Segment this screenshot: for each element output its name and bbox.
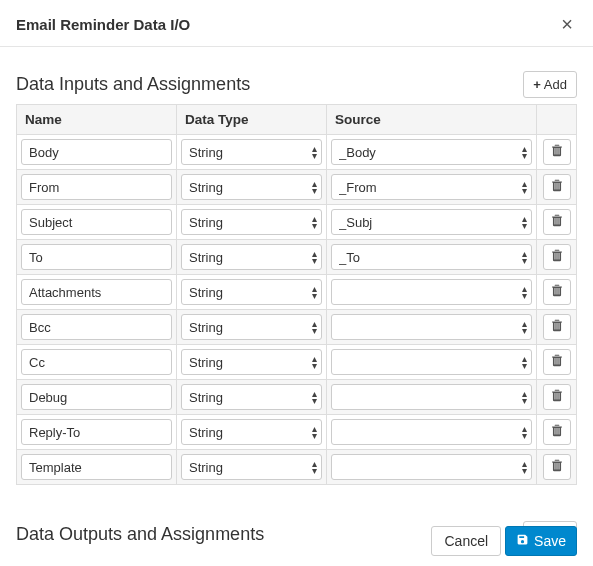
add-input-label: Add	[544, 77, 567, 92]
close-button[interactable]: ×	[557, 14, 577, 34]
delete-row-button[interactable]	[543, 279, 571, 305]
datatype-select[interactable]	[181, 174, 322, 200]
datatype-select[interactable]	[181, 419, 322, 445]
datatype-select[interactable]	[181, 314, 322, 340]
trash-icon	[551, 389, 563, 405]
trash-icon	[551, 424, 563, 440]
inputs-table: Name Data Type Source ▴▾▴▾▴▾▴▾▴▾▴▾▴▾▴▾▴▾…	[16, 104, 577, 485]
name-input[interactable]	[21, 174, 172, 200]
name-input[interactable]	[21, 209, 172, 235]
trash-icon	[551, 459, 563, 475]
trash-icon	[551, 249, 563, 265]
source-select[interactable]	[331, 244, 532, 270]
modal-body: Data Inputs and Assignments + Add Name D…	[0, 47, 593, 564]
delete-row-button[interactable]	[543, 454, 571, 480]
delete-row-button[interactable]	[543, 244, 571, 270]
table-row: ▴▾▴▾	[17, 240, 577, 275]
source-select[interactable]	[331, 314, 532, 340]
cancel-button[interactable]: Cancel	[431, 526, 501, 556]
modal-footer: Cancel Save	[431, 526, 577, 556]
datatype-select[interactable]	[181, 279, 322, 305]
datatype-select[interactable]	[181, 349, 322, 375]
source-select[interactable]	[331, 349, 532, 375]
name-input[interactable]	[21, 384, 172, 410]
save-icon	[516, 533, 529, 549]
trash-icon	[551, 144, 563, 160]
name-input[interactable]	[21, 139, 172, 165]
delete-row-button[interactable]	[543, 384, 571, 410]
datatype-select[interactable]	[181, 209, 322, 235]
close-icon: ×	[561, 13, 573, 35]
table-row: ▴▾▴▾	[17, 415, 577, 450]
delete-row-button[interactable]	[543, 349, 571, 375]
source-select[interactable]	[331, 454, 532, 480]
table-row: ▴▾▴▾	[17, 205, 577, 240]
name-input[interactable]	[21, 314, 172, 340]
source-select[interactable]	[331, 209, 532, 235]
table-row: ▴▾▴▾	[17, 380, 577, 415]
col-header-name: Name	[17, 105, 177, 135]
table-row: ▴▾▴▾	[17, 310, 577, 345]
delete-row-button[interactable]	[543, 419, 571, 445]
trash-icon	[551, 214, 563, 230]
trash-icon	[551, 179, 563, 195]
modal-dialog: Email Reminder Data I/O × Data Inputs an…	[0, 0, 593, 566]
datatype-select[interactable]	[181, 454, 322, 480]
outputs-section-title: Data Outputs and Assignments	[16, 524, 264, 545]
modal-header: Email Reminder Data I/O ×	[0, 0, 593, 47]
delete-row-button[interactable]	[543, 314, 571, 340]
trash-icon	[551, 284, 563, 300]
source-select[interactable]	[331, 384, 532, 410]
col-header-source: Source	[327, 105, 537, 135]
table-row: ▴▾▴▾	[17, 345, 577, 380]
datatype-select[interactable]	[181, 244, 322, 270]
cancel-label: Cancel	[444, 533, 488, 549]
trash-icon	[551, 319, 563, 335]
save-label: Save	[534, 533, 566, 549]
col-header-type: Data Type	[177, 105, 327, 135]
name-input[interactable]	[21, 419, 172, 445]
delete-row-button[interactable]	[543, 139, 571, 165]
inputs-section-header: Data Inputs and Assignments + Add	[16, 71, 577, 98]
source-select[interactable]	[331, 139, 532, 165]
save-button[interactable]: Save	[505, 526, 577, 556]
name-input[interactable]	[21, 349, 172, 375]
table-row: ▴▾▴▾	[17, 450, 577, 485]
col-header-delete	[537, 105, 577, 135]
name-input[interactable]	[21, 454, 172, 480]
table-row: ▴▾▴▾	[17, 170, 577, 205]
plus-icon: +	[533, 77, 541, 92]
table-row: ▴▾▴▾	[17, 275, 577, 310]
name-input[interactable]	[21, 244, 172, 270]
trash-icon	[551, 354, 563, 370]
name-input[interactable]	[21, 279, 172, 305]
modal-title: Email Reminder Data I/O	[16, 16, 190, 33]
add-input-button[interactable]: + Add	[523, 71, 577, 98]
source-select[interactable]	[331, 174, 532, 200]
table-row: ▴▾▴▾	[17, 135, 577, 170]
datatype-select[interactable]	[181, 384, 322, 410]
datatype-select[interactable]	[181, 139, 322, 165]
source-select[interactable]	[331, 279, 532, 305]
delete-row-button[interactable]	[543, 209, 571, 235]
source-select[interactable]	[331, 419, 532, 445]
inputs-section-title: Data Inputs and Assignments	[16, 74, 250, 95]
delete-row-button[interactable]	[543, 174, 571, 200]
